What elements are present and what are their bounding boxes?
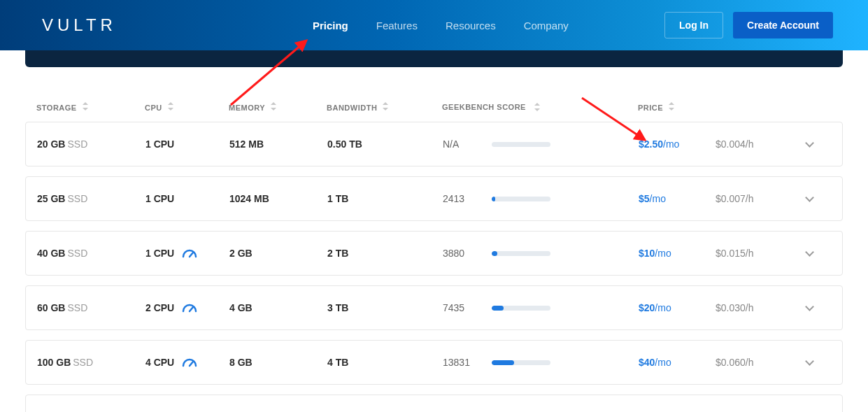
- cpu-value: 1 CPU: [145, 193, 174, 204]
- pricing-row[interactable]: 200 GBSSD6 CPU16 GB5 TB19389$80/mo$0.119…: [25, 395, 843, 412]
- svg-line-3: [190, 307, 193, 311]
- cpu-cell: 1 CPU: [145, 248, 229, 259]
- price-monthly: $5: [639, 193, 650, 204]
- memory-cell: 2 GB: [229, 248, 327, 259]
- price-hourly: $0.004/h: [716, 138, 785, 150]
- geekbench-score: N/A: [443, 138, 492, 150]
- pricing-table: STORAGE CPU MEMORY BANDWIDTH GEEKBENCH S…: [25, 92, 843, 412]
- price-cell: $10/mo: [639, 248, 716, 259]
- nav-item-company[interactable]: Company: [524, 20, 569, 31]
- storage-ssd-label: SSD: [73, 357, 93, 368]
- price-cell: $20/mo: [639, 302, 716, 313]
- expand-cell[interactable]: [785, 357, 813, 368]
- cpu-cell: 2 CPU: [145, 302, 229, 313]
- geekbench-bar-fill: [492, 197, 495, 201]
- storage-cell: 20 GBSSD: [37, 138, 145, 150]
- sort-icon: [383, 102, 388, 111]
- sub-banner: [25, 50, 843, 67]
- chevron-down-icon: [805, 248, 813, 257]
- col-header-cpu[interactable]: CPU: [145, 102, 229, 112]
- price-hourly: $0.007/h: [716, 193, 785, 204]
- geekbench-bar: [492, 360, 550, 365]
- nav-item-pricing[interactable]: Pricing: [313, 20, 348, 31]
- expand-cell[interactable]: [785, 302, 813, 313]
- col-header-bandwidth[interactable]: BANDWIDTH: [327, 102, 442, 112]
- geekbench-bar-fill: [492, 251, 497, 256]
- col-header-price[interactable]: PRICE: [638, 102, 708, 112]
- storage-ssd-label: SSD: [67, 248, 87, 259]
- bandwidth-cell: 1 TB: [327, 193, 443, 204]
- svg-line-2: [190, 253, 193, 257]
- memory-cell: 4 GB: [229, 302, 327, 313]
- cpu-cell: 4 CPU: [145, 357, 229, 368]
- storage-value: 60 GB: [37, 302, 65, 313]
- col-header-geekbench[interactable]: GEEKBENCH SCORE: [442, 102, 638, 112]
- memory-cell: 512 MB: [229, 138, 327, 150]
- memory-cell: 8 GB: [229, 357, 327, 368]
- cpu-cell: 1 CPU: [145, 193, 229, 204]
- sort-icon: [669, 102, 674, 111]
- price-monthly: $20: [639, 302, 655, 313]
- bandwidth-cell: 2 TB: [327, 248, 443, 259]
- storage-value: 100 GB: [37, 357, 71, 368]
- geekbench-cell: N/A: [443, 138, 639, 150]
- pricing-row[interactable]: 40 GBSSD1 CPU2 GB2 TB3880$10/mo$0.015/h: [25, 231, 843, 276]
- price-monthly: $2.50: [639, 138, 663, 150]
- storage-cell: 100 GBSSD: [37, 357, 145, 368]
- geekbench-cell: 13831: [443, 357, 639, 368]
- pricing-row[interactable]: 100 GBSSD4 CPU8 GB4 TB13831$40/mo$0.060/…: [25, 340, 843, 385]
- cpu-value: 1 CPU: [145, 248, 174, 259]
- speedometer-icon: [181, 303, 198, 313]
- expand-cell[interactable]: [785, 138, 813, 150]
- create-account-button[interactable]: Create Account: [733, 12, 833, 38]
- primary-nav: PricingFeaturesResourcesCompany: [313, 20, 569, 31]
- bandwidth-cell: 4 TB: [327, 357, 443, 368]
- price-monthly: $40: [639, 357, 655, 368]
- geekbench-score: 2413: [443, 193, 492, 204]
- main-header: VULTR PricingFeaturesResourcesCompany Lo…: [0, 0, 868, 50]
- storage-value: 40 GB: [37, 248, 65, 259]
- sort-icon: [83, 102, 88, 111]
- col-header-memory[interactable]: MEMORY: [229, 102, 327, 112]
- speedometer-icon: [181, 248, 198, 258]
- price-hourly: $0.015/h: [716, 248, 785, 259]
- bandwidth-cell: 0.50 TB: [327, 138, 443, 150]
- sort-icon: [271, 102, 276, 111]
- geekbench-score: 7435: [443, 302, 492, 313]
- nav-item-resources[interactable]: Resources: [446, 20, 496, 31]
- chevron-down-icon: [805, 303, 813, 311]
- storage-value: 20 GB: [37, 138, 65, 150]
- geekbench-bar: [492, 251, 550, 256]
- nav-item-features[interactable]: Features: [376, 20, 418, 31]
- chevron-down-icon: [805, 194, 813, 202]
- price-monthly: $10: [639, 248, 655, 259]
- storage-ssd-label: SSD: [67, 193, 87, 204]
- memory-cell: 1024 MB: [229, 193, 327, 204]
- price-cell: $40/mo: [639, 357, 716, 368]
- col-header-storage[interactable]: STORAGE: [36, 102, 145, 112]
- pricing-row[interactable]: 60 GBSSD2 CPU4 GB3 TB7435$20/mo$0.030/h: [25, 285, 843, 330]
- storage-ssd-label: SSD: [67, 302, 87, 313]
- storage-cell: 60 GBSSD: [37, 302, 145, 313]
- expand-cell[interactable]: [785, 193, 813, 204]
- storage-cell: 40 GBSSD: [37, 248, 145, 259]
- price-per-suffix: /mo: [655, 248, 671, 259]
- brand-logo[interactable]: VULTR: [42, 15, 117, 35]
- pricing-row[interactable]: 20 GBSSD1 CPU512 MB0.50 TBN/A$2.50/mo$0.…: [25, 122, 843, 166]
- geekbench-bar: [492, 197, 550, 201]
- storage-value: 25 GB: [37, 193, 65, 204]
- geekbench-bar: [492, 306, 550, 311]
- table-header: STORAGE CPU MEMORY BANDWIDTH GEEKBENCH S…: [25, 92, 843, 122]
- expand-cell[interactable]: [785, 248, 813, 259]
- geekbench-bar-fill: [492, 306, 504, 311]
- speedometer-icon: [181, 357, 198, 367]
- cpu-value: 1 CPU: [145, 138, 174, 150]
- sort-icon: [534, 103, 540, 111]
- chevron-down-icon: [805, 139, 813, 148]
- login-button[interactable]: Log In: [664, 12, 723, 38]
- geekbench-score: 13831: [443, 357, 492, 368]
- geekbench-score: 3880: [443, 248, 492, 259]
- sort-icon: [168, 102, 173, 111]
- pricing-row[interactable]: 25 GBSSD1 CPU1024 MB1 TB2413$5/mo$0.007/…: [25, 176, 843, 221]
- price-cell: $2.50/mo: [639, 138, 716, 150]
